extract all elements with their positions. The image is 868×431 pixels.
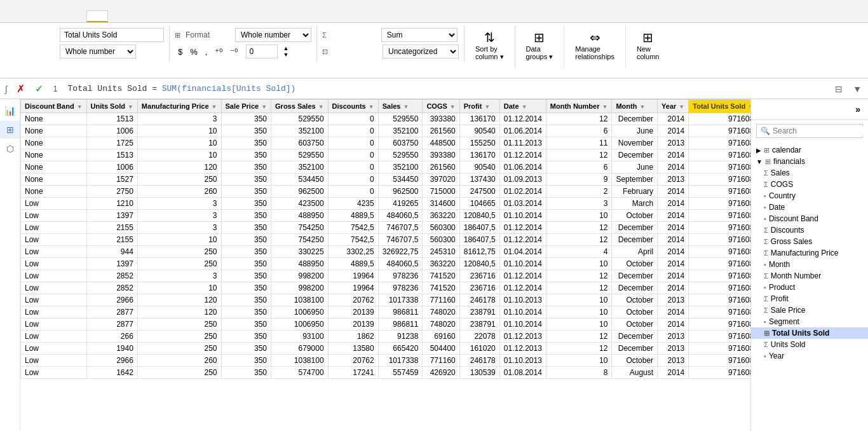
table-cell: 130539 — [459, 367, 499, 379]
table-cell: 2014 — [658, 125, 689, 137]
ribbon: Whole number ⊞ Format Whole number $ % ,… — [0, 23, 868, 79]
data-groups-btn[interactable]: ⊞ Datagroups ▾ — [520, 28, 559, 64]
expand-fields-icon[interactable]: » — [855, 104, 860, 114]
formula-cancel[interactable]: ✗ — [13, 81, 29, 96]
col-header-manufacturing-price[interactable]: Manufacturing Price▼ — [137, 100, 221, 113]
tree-item-profit[interactable]: ΣProfit — [751, 293, 868, 304]
table-cell: 9 — [546, 174, 612, 186]
summarization-select[interactable]: Sum — [381, 28, 458, 42]
col-header-date[interactable]: Date▼ — [499, 100, 546, 113]
table-cell: 603750 — [271, 137, 329, 149]
table-cell: 350 — [221, 367, 271, 379]
table-cell: 1006 — [86, 125, 137, 137]
model-icon[interactable]: ⬡ — [0, 140, 20, 158]
tree-item-year[interactable]: ▪Year — [751, 350, 868, 362]
format-select[interactable]: Whole number — [235, 28, 311, 42]
col-header-units-sold[interactable]: Units Sold▼ — [86, 100, 137, 113]
decimal-dec[interactable]: ⁻⁰ — [227, 45, 241, 58]
formula-format-icon[interactable]: ⊟ — [831, 83, 846, 95]
col-header-year[interactable]: Year▼ — [658, 100, 689, 113]
tree-item-total-units-sold[interactable]: ⊞Total Units Sold — [751, 327, 868, 339]
tree-item-calendar[interactable]: ▶⊞calendar — [751, 144, 868, 156]
formula-expand-icon[interactable]: ▼ — [849, 83, 865, 95]
table-cell: 423500 — [271, 198, 329, 210]
col-header-cogs[interactable]: COGS▼ — [423, 100, 459, 113]
search-input[interactable] — [773, 127, 868, 135]
table-cell: 01.12.2014 — [499, 282, 546, 294]
table-cell: December — [612, 113, 658, 125]
table-cell: 746707,5 — [378, 234, 423, 246]
tree-label: COGS — [771, 180, 793, 189]
table-cell: 20139 — [328, 306, 378, 318]
table-cell: 603750 — [378, 137, 423, 149]
tree-item-manufacturing-price[interactable]: ΣManufacturing Price — [751, 247, 868, 259]
table-cell: Low — [21, 222, 87, 234]
name-input[interactable] — [60, 28, 164, 42]
manage-relationships-btn[interactable]: ⇔ Managerelationships — [569, 28, 620, 64]
tab-home[interactable] — [22, 11, 43, 22]
tree-item-sale-price[interactable]: ΣSale Price — [751, 304, 868, 316]
new-column-icon: ⊞ — [642, 31, 653, 44]
tree-item-cogs[interactable]: ΣCOGS — [751, 179, 868, 190]
table-cell: October — [612, 355, 658, 367]
decimal-inc[interactable]: ⁺⁰ — [212, 45, 226, 58]
decimal-spinner[interactable]: ▲▼ — [283, 45, 288, 58]
table-cell: Low — [21, 198, 87, 210]
decimal-input[interactable] — [246, 44, 278, 58]
new-column-btn[interactable]: ⊞ Newcolumn — [631, 28, 665, 64]
col-header-discount-band[interactable]: Discount Band▼ — [21, 100, 87, 113]
table-cell: 1210 — [86, 198, 137, 210]
tab-help[interactable] — [43, 11, 65, 22]
tree-item-gross-sales[interactable]: ΣGross Sales — [751, 236, 868, 247]
table-cell: 2013 — [658, 137, 689, 149]
table-cell: 529550 — [271, 149, 329, 161]
formula-accept[interactable]: ✓ — [31, 81, 47, 96]
table-cell: 81612,75 — [459, 246, 499, 258]
search-box: 🔍 — [756, 124, 863, 138]
pct-symbol[interactable]: % — [187, 45, 201, 58]
col-header-sale-price[interactable]: Sale Price▼ — [221, 100, 271, 113]
table-scroll[interactable]: Discount Band▼Units Sold▼Manufacturing P… — [20, 99, 750, 431]
tab-file[interactable] — [0, 11, 22, 22]
col-header-gross-sales[interactable]: Gross Sales▼ — [271, 100, 329, 113]
comma-symbol[interactable]: , — [202, 45, 211, 58]
table-cell: 350 — [221, 246, 271, 258]
tree-item-date[interactable]: ▪Date — [751, 202, 868, 213]
col-header-total-units-sold[interactable]: Total Units Sold▼ — [689, 100, 750, 113]
table-icon[interactable]: ⊞ — [0, 121, 20, 139]
col-header-month[interactable]: Month▼ — [612, 100, 658, 113]
tree-item-segment[interactable]: ▪Segment — [751, 316, 868, 327]
table-cell: 1527 — [86, 174, 137, 186]
tree-item-product[interactable]: ▪Product — [751, 282, 868, 293]
col-header-discounts[interactable]: Discounts▼ — [328, 100, 378, 113]
tree-item-month[interactable]: ▪Month — [751, 259, 868, 270]
table-cell: 0 — [328, 125, 378, 137]
table-cell: 161020 — [459, 343, 499, 355]
chart-icon[interactable]: 📊 — [0, 102, 20, 120]
col-header-profit[interactable]: Profit▼ — [459, 100, 499, 113]
tree-item-units-sold[interactable]: ΣUnits Sold — [751, 339, 868, 350]
tree-item-financials[interactable]: ▼⊞financials — [751, 156, 868, 167]
tree-item-sales[interactable]: ΣSales — [751, 167, 868, 179]
table-body: None15133350529550052955039338013617001.… — [21, 113, 751, 379]
tree-item-discount-band[interactable]: ▪Discount Band — [751, 213, 868, 224]
table-cell: 12 — [546, 343, 612, 355]
tree-item-month-number[interactable]: ΣMonth Number — [751, 270, 868, 282]
table-cell: 488950 — [271, 210, 329, 222]
col-header-month-number[interactable]: Month Number▼ — [546, 100, 612, 113]
tree-item-country[interactable]: ▪Country — [751, 190, 868, 202]
table-cell: 4 — [546, 246, 612, 258]
tree-label: Product — [769, 283, 795, 292]
col-header-sales[interactable]: Sales▼ — [378, 100, 423, 113]
tree-item-discounts[interactable]: ΣDiscounts — [751, 224, 868, 236]
tab-column-tools[interactable] — [86, 10, 108, 22]
table-cell: 419265 — [378, 198, 423, 210]
table-cell: 350 — [221, 294, 271, 306]
datatype-select[interactable]: Whole number — [60, 44, 136, 58]
collapse-icon: ▼ — [756, 158, 763, 165]
tab-table-tools[interactable] — [65, 11, 86, 22]
datacategory-select[interactable]: Uncategorized — [383, 44, 459, 58]
sort-by-column-btn[interactable]: ⇅ Sort bycolumn ▾ — [470, 28, 510, 64]
dollar-symbol[interactable]: $ — [175, 45, 186, 58]
table-cell: 971608 — [689, 367, 750, 379]
